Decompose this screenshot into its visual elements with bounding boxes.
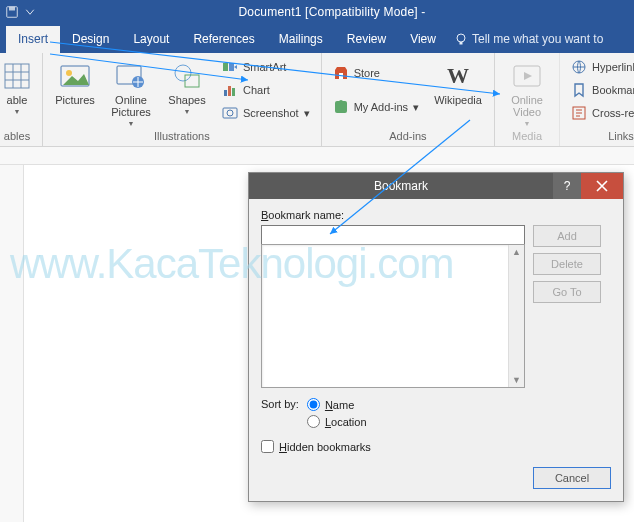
- tab-view[interactable]: View: [398, 26, 448, 53]
- shapes-icon: [172, 63, 202, 89]
- bookmark-icon: [571, 82, 587, 98]
- group-tables: able▼ ables: [0, 53, 43, 146]
- chevron-down-icon: ▼: [128, 120, 135, 127]
- watermark: www.KacaTeknologi.com: [10, 240, 454, 288]
- svg-rect-3: [459, 42, 462, 45]
- tell-me-label: Tell me what you want to: [472, 32, 603, 46]
- svg-rect-13: [224, 90, 227, 96]
- dialog-title: Bookmark: [249, 179, 553, 193]
- screenshot-button[interactable]: Screenshot ▾: [219, 103, 313, 123]
- scroll-up-icon[interactable]: ▲: [512, 247, 521, 257]
- chevron-down-icon: ▾: [304, 107, 310, 120]
- smartart-icon: [222, 59, 238, 75]
- chevron-down-icon: ▼: [14, 108, 21, 115]
- shapes-button[interactable]: Shapes▼: [163, 57, 211, 127]
- online-pictures-button[interactable]: Online Pictures▼: [107, 57, 155, 127]
- cancel-button[interactable]: Cancel: [533, 467, 611, 489]
- scrollbar[interactable]: ▲▼: [508, 245, 524, 387]
- svg-rect-11: [223, 63, 228, 71]
- chart-icon: [222, 82, 238, 98]
- tab-references[interactable]: References: [181, 26, 266, 53]
- scroll-down-icon[interactable]: ▼: [512, 375, 521, 385]
- tab-mailings[interactable]: Mailings: [267, 26, 335, 53]
- addins-icon: [333, 99, 349, 115]
- save-icon[interactable]: [6, 6, 18, 18]
- window-title: Document1 [Compatibility Mode] -: [36, 5, 628, 19]
- svg-rect-4: [5, 64, 29, 88]
- crossref-icon: [571, 105, 587, 121]
- group-links: Hyperlink Bookmark Cross-reference Links: [560, 53, 634, 146]
- store-button[interactable]: Store: [330, 63, 422, 83]
- cross-reference-button[interactable]: Cross-reference: [568, 103, 634, 123]
- hidden-bookmarks-checkbox[interactable]: Hidden bookmarksHidden bookmarks: [261, 440, 611, 453]
- group-media: Online Video▼ Media: [495, 53, 560, 146]
- sort-location-radio[interactable]: LocationLocation: [307, 415, 367, 428]
- svg-rect-18: [339, 73, 343, 79]
- chart-button[interactable]: Chart: [219, 80, 313, 100]
- dialog-close-button[interactable]: [581, 173, 623, 199]
- tab-layout[interactable]: Layout: [121, 26, 181, 53]
- svg-rect-10: [185, 75, 199, 87]
- group-illustrations: Pictures Online Pictures▼ Shapes▼ SmartA…: [43, 53, 322, 146]
- lightbulb-icon: [454, 32, 468, 46]
- goto-button: Go To: [533, 281, 601, 303]
- screenshot-icon: [222, 105, 238, 121]
- group-addins: Store My Add-ins ▾ W Wikipedia Add-ins: [322, 53, 495, 146]
- video-icon: [512, 64, 542, 88]
- close-icon: [596, 180, 608, 192]
- svg-point-17: [227, 110, 233, 116]
- my-addins-button[interactable]: My Add-ins ▾: [330, 97, 422, 117]
- online-video-button: Online Video▼: [503, 57, 551, 127]
- table-button[interactable]: able▼: [0, 57, 34, 127]
- ribbon-tabs: Insert Design Layout References Mailings…: [0, 24, 634, 53]
- svg-point-9: [175, 65, 191, 81]
- bookmark-button[interactable]: Bookmark: [568, 80, 634, 100]
- svg-point-6: [66, 70, 72, 76]
- table-icon: [4, 63, 30, 89]
- ribbon: able▼ ables Pictures Online Pictures▼ Sh…: [0, 53, 634, 147]
- tab-design[interactable]: Design: [60, 26, 121, 53]
- svg-rect-12: [229, 63, 234, 71]
- bookmark-name-label: BBookmark name:ookmark name:: [261, 209, 611, 221]
- pictures-icon: [60, 63, 90, 89]
- pictures-button[interactable]: Pictures: [51, 57, 99, 127]
- delete-button: Delete: [533, 253, 601, 275]
- chevron-down-icon: ▼: [184, 108, 191, 115]
- left-ruler: [0, 165, 24, 522]
- tab-insert[interactable]: Insert: [6, 26, 60, 53]
- hyperlink-button[interactable]: Hyperlink: [568, 57, 634, 77]
- sortby-label: Sort by:: [261, 398, 299, 410]
- add-button: Add: [533, 225, 601, 247]
- sort-name-radio[interactable]: NameName: [307, 398, 367, 411]
- dialog-titlebar[interactable]: Bookmark ?: [249, 173, 623, 199]
- tab-review[interactable]: Review: [335, 26, 398, 53]
- ruler: [0, 147, 634, 165]
- hyperlink-icon: [571, 59, 587, 75]
- tell-me-search[interactable]: Tell me what you want to: [454, 32, 603, 53]
- qat-dropdown-icon[interactable]: [24, 6, 36, 18]
- dialog-help-button[interactable]: ?: [553, 173, 581, 199]
- chevron-down-icon: ▼: [524, 120, 531, 127]
- online-pictures-icon: [116, 63, 146, 89]
- svg-point-2: [457, 34, 465, 42]
- quick-access-toolbar: [6, 6, 36, 18]
- wikipedia-icon: W: [447, 63, 469, 89]
- wikipedia-button[interactable]: W Wikipedia: [430, 57, 486, 127]
- store-icon: [333, 65, 349, 81]
- svg-rect-15: [232, 88, 235, 96]
- title-bar: Document1 [Compatibility Mode] -: [0, 0, 634, 24]
- bookmark-dialog: Bookmark ? BBookmark name:ookmark name: …: [248, 172, 624, 502]
- svg-rect-1: [9, 7, 15, 11]
- chevron-down-icon: ▾: [413, 101, 419, 114]
- svg-rect-14: [228, 86, 231, 96]
- smartart-button[interactable]: SmartArt: [219, 57, 313, 77]
